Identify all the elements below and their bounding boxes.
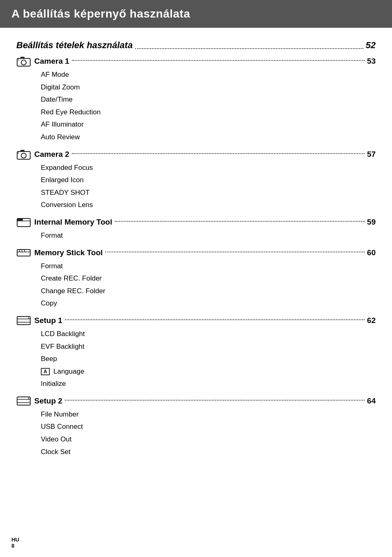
sub-item: LCD Backlight [41, 328, 376, 341]
sub-item-create-rec: Create REC. Folder [41, 272, 376, 285]
dotted-line-setup1 [65, 319, 365, 320]
footer-page: 8 [11, 543, 14, 549]
internal-memory-icon [16, 216, 31, 228]
sub-item: Conversion Lens [41, 199, 376, 212]
svg-point-1 [21, 60, 26, 65]
sub-item: STEADY SHOT [41, 187, 376, 199]
camera2-label: Camera 2 [34, 150, 69, 159]
sub-item: Initialize [41, 378, 376, 390]
sub-item-auto-review: Auto Review [41, 131, 376, 144]
svg-rect-11 [17, 250, 30, 256]
main-content: Beállítás tételek használata 52 1 Camera… [0, 40, 392, 477]
camera1-page: 53 [367, 57, 376, 66]
toc-main-row-camera1: 1 Camera 1 53 [16, 56, 376, 67]
svg-rect-6 [20, 150, 24, 152]
section-title-row: Beállítás tételek használata 52 [16, 40, 376, 51]
sub-item-enlarged-icon: Enlarged Icon [41, 174, 376, 187]
memory-stick-page: 60 [367, 248, 376, 257]
memory-stick-sub-items: Format Create REC. Folder Change REC. Fo… [16, 260, 376, 310]
header-bar: A beállítás képernyő használata [0, 0, 392, 28]
toc-item-camera1: 1 Camera 1 53 AF Mode Digital Zoom Date/… [16, 56, 376, 144]
setup1-sub-items: LCD Backlight EVF Backlight Beep A Langu… [16, 328, 376, 390]
page-title: A beállítás képernyő használata [11, 7, 381, 20]
toc-item-setup1: 1 Setup 1 62 LCD Backlight EVF Backlight… [16, 315, 376, 390]
toc-item-internal-memory: Internal Memory Tool 59 Format [16, 216, 376, 242]
sub-item-format-ms: Format [41, 260, 376, 273]
sub-item: File Number [41, 408, 376, 421]
svg-text:2: 2 [18, 151, 19, 154]
toc-main-row-memory-stick: Memory Stick Tool 60 [16, 247, 376, 258]
toc-item-setup2: 2 Setup 2 64 File Number USB Connect Vid… [16, 395, 376, 458]
internal-memory-page: 59 [367, 218, 376, 227]
sub-item: Video Out [41, 433, 376, 446]
toc-main-row-setup1: 1 Setup 1 62 [16, 315, 376, 326]
internal-memory-label: Internal Memory Tool [34, 218, 112, 227]
camera2-icon: 2 [16, 149, 31, 160]
dotted-line-camera2 [72, 153, 365, 154]
dotted-line-setup2 [65, 400, 365, 401]
camera1-label: Camera 1 [34, 57, 69, 66]
svg-text:1: 1 [18, 58, 19, 61]
sub-item-format-internal: Format [41, 229, 376, 242]
sub-item: Date/Time [41, 94, 376, 106]
toc-main-row-internal-memory: Internal Memory Tool 59 [16, 216, 376, 228]
svg-text:1: 1 [28, 316, 29, 319]
memory-stick-label: Memory Stick Tool [34, 248, 103, 257]
sub-item: USB Connect [41, 421, 376, 433]
setup1-label: Setup 1 [34, 316, 62, 325]
setup2-page: 64 [367, 397, 376, 405]
sub-item-language: A Language [41, 365, 376, 378]
dotted-line-memory-stick [105, 252, 365, 252]
camera2-sub-items: Expanded Focus Enlarged Icon STEADY SHOT… [16, 162, 376, 212]
dotted-line-camera1 [72, 60, 365, 61]
section-title-text: Beállítás tételek használata [16, 40, 133, 51]
svg-rect-2 [20, 57, 24, 59]
setup1-icon: 1 [16, 315, 31, 326]
internal-memory-sub-items: Format [16, 229, 376, 242]
sub-item: AF Illuminator [41, 118, 376, 131]
toc-main-row-setup2: 2 Setup 2 64 [16, 395, 376, 407]
camera2-page: 57 [367, 150, 376, 159]
sub-item: Beep [41, 353, 376, 365]
camera1-icon: 1 [16, 56, 31, 67]
sub-item-red-eye: Red Eye Reduction [41, 106, 376, 119]
setup2-sub-items: File Number USB Connect Video Out Clock … [16, 408, 376, 458]
footer-lang: HU [11, 537, 19, 543]
footer: HU 8 [11, 537, 19, 549]
language-icon: A [41, 368, 50, 375]
sub-item-change-rec: Change REC. Folder [41, 285, 376, 298]
toc-item-camera2: 2 Camera 2 57 Expanded Focus Enlarged Ic… [16, 149, 376, 212]
memory-stick-icon [16, 247, 31, 258]
svg-text:2: 2 [28, 397, 29, 399]
dotted-line-internal-memory [115, 221, 365, 222]
setup2-icon: 2 [16, 395, 31, 407]
dotted-line-section [135, 48, 363, 49]
sub-item: EVF Backlight [41, 341, 376, 353]
svg-rect-9 [17, 218, 23, 221]
toc-item-memory-stick: Memory Stick Tool 60 Format Create REC. … [16, 247, 376, 310]
setup2-label: Setup 2 [34, 397, 62, 405]
setup1-page: 62 [367, 316, 376, 325]
sub-item: Digital Zoom [41, 81, 376, 94]
sub-item-copy: Copy [41, 297, 376, 310]
sub-item-clock-set: Clock Set [41, 446, 376, 459]
sub-item-expanded-focus: Expanded Focus [41, 162, 376, 174]
svg-point-5 [21, 153, 26, 158]
toc-main-row-camera2: 2 Camera 2 57 [16, 149, 376, 160]
sub-item: AF Mode [41, 69, 376, 81]
camera1-sub-items: AF Mode Digital Zoom Date/Time Red Eye R… [16, 69, 376, 144]
section-page-num: 52 [366, 40, 376, 51]
